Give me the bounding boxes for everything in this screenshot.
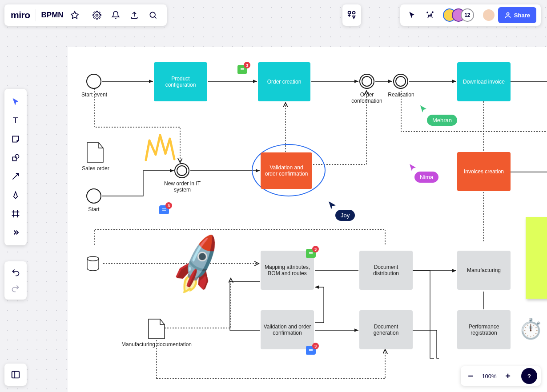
topbar-left: miro BPMN xyxy=(4,4,167,26)
apps-icon xyxy=(347,10,357,20)
frame-tool[interactable] xyxy=(7,205,24,222)
manufacturing-doc-icon[interactable] xyxy=(148,318,165,340)
svg-point-26 xyxy=(432,12,433,12)
bell-icon[interactable] xyxy=(108,8,123,23)
svg-point-24 xyxy=(353,12,355,14)
sticky-tool[interactable] xyxy=(7,131,24,148)
svg-point-29 xyxy=(15,155,19,158)
settings-icon[interactable] xyxy=(89,8,105,23)
sticky-note-yellow[interactable] xyxy=(526,217,547,299)
cursor-mehran-tag: Mehran xyxy=(427,115,457,126)
topbar-right: 12 Share xyxy=(400,4,541,26)
zoom-level[interactable]: 100% xyxy=(480,373,498,380)
more-tools[interactable] xyxy=(7,224,24,241)
zoom-bar: − 100% + ? xyxy=(461,366,541,386)
cursor-nima-pointer xyxy=(409,164,416,172)
svg-point-25 xyxy=(427,12,428,13)
svg-point-15 xyxy=(87,256,99,261)
node-download-invoice[interactable]: Download invoice xyxy=(457,62,511,101)
svg-point-21 xyxy=(150,12,155,17)
tool-dock xyxy=(4,89,27,245)
start-event-label: Start event xyxy=(76,92,112,98)
reactions-icon[interactable] xyxy=(422,8,438,23)
node-doc-generation[interactable]: Document generation xyxy=(359,310,413,349)
sales-order-doc-icon[interactable] xyxy=(86,142,104,163)
comment-bubble[interactable]: 3 xyxy=(306,346,316,355)
divider xyxy=(36,9,36,21)
zoom-out-button[interactable]: − xyxy=(464,370,477,382)
select-tool[interactable] xyxy=(7,93,24,110)
avatar-count[interactable]: 12 xyxy=(461,8,474,22)
export-icon[interactable] xyxy=(127,8,142,23)
undo-button[interactable] xyxy=(7,265,24,280)
avatar-self[interactable] xyxy=(482,8,495,22)
presence-panel: 12 Share xyxy=(400,4,541,26)
new-order-it-event[interactable] xyxy=(174,163,189,178)
start-circle[interactable] xyxy=(86,188,101,204)
node-invoices-creation[interactable]: Invoices creation xyxy=(457,152,511,191)
present-panel-button[interactable] xyxy=(4,364,27,386)
svg-line-22 xyxy=(154,17,156,19)
start-event-circle[interactable] xyxy=(86,74,101,89)
order-conformation-label: Order conformation xyxy=(348,92,386,104)
help-button[interactable]: ? xyxy=(521,368,537,384)
cursor-joy-tag: Joy xyxy=(335,210,355,221)
order-conformation-event[interactable] xyxy=(359,74,374,89)
node-order-creation[interactable]: Order creation xyxy=(258,62,310,101)
zoom-in-button[interactable]: + xyxy=(502,370,514,382)
manufacturing-doc-label: Manufacturing documentation xyxy=(121,341,192,348)
board-canvas[interactable]: Start event Product configuration Order … xyxy=(68,47,547,392)
cursor-nima-tag: Nima xyxy=(414,172,438,183)
svg-rect-23 xyxy=(348,12,351,14)
node-product-configuration[interactable]: Product configuration xyxy=(154,62,207,101)
board-title[interactable]: BPMN xyxy=(41,11,64,20)
realisation-event[interactable] xyxy=(393,74,408,89)
text-tool[interactable] xyxy=(7,112,24,129)
star-icon[interactable] xyxy=(67,8,82,23)
crown-scribble[interactable] xyxy=(143,132,179,164)
search-icon[interactable] xyxy=(145,8,161,23)
redo-button[interactable] xyxy=(7,281,24,296)
svg-line-30 xyxy=(12,173,18,179)
svg-rect-35 xyxy=(12,372,20,378)
comment-bubble[interactable]: 3 xyxy=(237,65,247,74)
stopwatch-emoji[interactable]: ⏱️ xyxy=(519,319,543,339)
arrow-tool[interactable] xyxy=(7,168,24,185)
realisation-label: Realisation xyxy=(384,92,418,98)
share-person-icon xyxy=(504,12,511,19)
new-order-it-label: New order in IT system xyxy=(160,180,205,193)
comment-bubble[interactable]: 3 xyxy=(159,205,169,214)
shape-tool[interactable] xyxy=(7,149,24,166)
sales-order-label: Sales order xyxy=(76,165,115,172)
undo-dock xyxy=(4,261,27,300)
cursor-joy-pointer xyxy=(328,201,336,210)
node-validation-order-confirmation[interactable]: Validation and order confirmation xyxy=(261,152,312,189)
comment-bubble[interactable]: 3 xyxy=(306,249,316,258)
share-button[interactable]: Share xyxy=(498,7,536,23)
node-performance-registration[interactable]: Performance registration xyxy=(457,310,511,349)
svg-point-27 xyxy=(507,13,509,15)
cylinder-db-icon[interactable] xyxy=(86,256,98,269)
node-validation-order-conf-2[interactable]: Validation and order confirmation xyxy=(261,310,314,349)
svg-point-20 xyxy=(96,14,98,16)
pen-tool[interactable] xyxy=(7,187,24,204)
start-label: Start xyxy=(84,206,104,212)
apps-button[interactable] xyxy=(342,4,361,26)
cursor-mehran-pointer xyxy=(420,105,427,113)
node-doc-distribution[interactable]: Document distribution xyxy=(359,251,413,290)
rocket-emoji[interactable]: 🚀 xyxy=(164,235,232,296)
miro-logo[interactable]: miro xyxy=(11,10,30,20)
panel-icon xyxy=(11,370,20,380)
node-manufacturing[interactable]: Manufacturing xyxy=(457,251,511,290)
cursor-hide-icon[interactable] xyxy=(405,8,420,23)
